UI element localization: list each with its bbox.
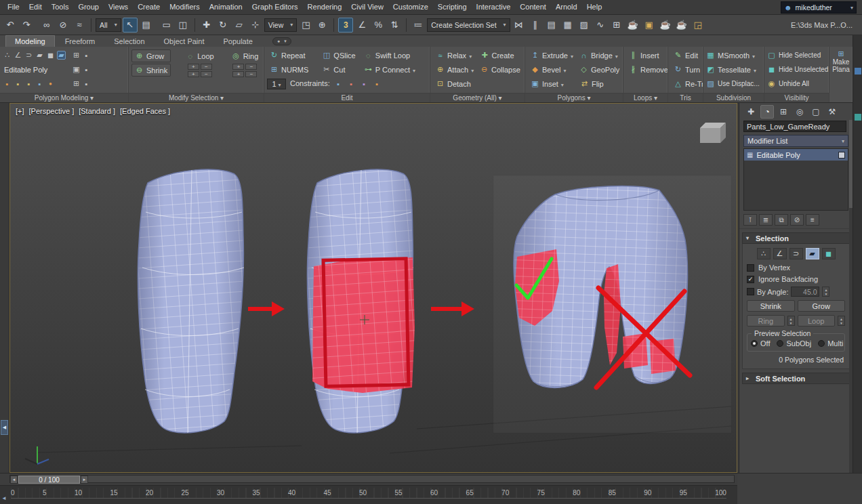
curve-editor-icon[interactable]: ∿ — [593, 18, 608, 33]
frame-ruler[interactable]: 0510152025303540455055606570758085909510… — [11, 488, 726, 499]
use-soft-selection-icon[interactable] — [82, 79, 91, 88]
menu-item[interactable]: Civil View — [346, 0, 388, 14]
frame-tick-label[interactable]: 10 — [75, 489, 82, 497]
frame-tick-label[interactable]: 30 — [217, 489, 224, 497]
border-mode-icon[interactable] — [24, 51, 33, 60]
by-angle-field[interactable]: 45.0 — [791, 287, 819, 297]
tab-object-paint[interactable]: Object Paint — [155, 36, 213, 47]
insert-loop-button[interactable]: Insert — [626, 49, 662, 62]
align-icon[interactable]: ∥ — [528, 18, 543, 33]
preview-subobject-icon[interactable] — [72, 65, 81, 74]
frame-tick-label[interactable]: 90 — [644, 489, 651, 497]
checkbox-box-checked[interactable] — [747, 276, 754, 283]
user-account-dropdown[interactable]: ☻ mikedluther — [781, 1, 857, 14]
constraint-count-field[interactable]: 1 — [267, 79, 286, 89]
menu-item[interactable]: Tools — [47, 0, 74, 14]
bridge-button[interactable]: Bridge — [577, 49, 620, 62]
time-slider[interactable]: 0 / 100 — [0, 473, 737, 486]
preview-multi-radio[interactable]: Multi — [818, 339, 843, 348]
frame-tick-label[interactable]: 25 — [181, 489, 188, 497]
radio-dot[interactable] — [751, 340, 758, 347]
polygon-mode-icon[interactable] — [35, 51, 44, 60]
expand-panel-arrow-icon[interactable] — [1, 420, 8, 435]
viewport-render-preset-menu[interactable]: [Standard ] — [79, 107, 115, 115]
radio-dot[interactable] — [818, 340, 825, 347]
paint-connect-button[interactable]: P Connect — [361, 63, 427, 76]
panel-caption-geometry[interactable]: Geometry (All) ▾ — [430, 93, 525, 103]
rectangular-selection-region-icon[interactable]: ▭ — [159, 18, 174, 33]
menu-item[interactable]: Animation — [205, 0, 247, 14]
grow-button[interactable]: Grow — [131, 49, 171, 62]
soft-selection-rollout-header[interactable]: Soft Selection — [742, 373, 850, 384]
ring-shift-plus-button[interactable] — [232, 71, 244, 77]
schematic-view-icon[interactable]: ⊞ — [609, 18, 624, 33]
track-bar[interactable]: 0510152025303540455055606570758085909510… — [0, 486, 737, 504]
named-selection-set-combo[interactable]: Create Selection Set — [427, 18, 510, 32]
collapse-stack-icon[interactable] — [3, 79, 12, 88]
render-production-icon[interactable]: ☕ — [658, 18, 673, 33]
swift-loop-button[interactable]: Swift Loop — [361, 49, 427, 62]
frame-tick-label[interactable]: 0 — [11, 489, 15, 497]
frame-tick-label[interactable]: 35 — [252, 489, 260, 497]
tessellate-button[interactable]: Tessellate — [705, 63, 758, 76]
cut-button[interactable]: Cut — [319, 63, 361, 76]
pant-leg-model-left[interactable] — [138, 169, 244, 433]
edit-named-selection-sets-icon[interactable]: ≔ — [411, 18, 426, 33]
time-slider-handle[interactable]: 0 / 100 — [18, 476, 80, 484]
select-by-name-icon[interactable]: ▤ — [139, 18, 154, 33]
frame-tick-label[interactable]: 15 — [110, 489, 117, 497]
viewcube[interactable] — [700, 123, 726, 143]
open-mini-curve-editor-icon[interactable] — [1, 495, 8, 502]
menu-item[interactable]: Customize — [388, 0, 433, 14]
frame-tick-label[interactable]: 20 — [146, 489, 153, 497]
frame-tick-label[interactable]: 45 — [324, 489, 331, 497]
menu-item[interactable]: Modifiers — [165, 0, 205, 14]
time-slider-track[interactable]: 0 / 100 — [9, 475, 735, 483]
selection-filter-dropdown[interactable]: All — [96, 18, 121, 32]
bind-to-space-warp-icon[interactable]: ≈ — [72, 18, 87, 33]
collapse-button[interactable]: Collapse — [477, 63, 522, 76]
nurms-button[interactable]: NURMS — [267, 63, 319, 76]
use-pivot-point-center-icon[interactable]: ◳ — [298, 18, 313, 33]
checkbox-box[interactable] — [747, 264, 754, 272]
menu-item[interactable]: Edit — [24, 0, 47, 14]
detach-button[interactable]: Detach — [433, 77, 478, 90]
ring-shrink-mini-button[interactable] — [245, 64, 257, 70]
panel-caption-subdivision[interactable]: Subdivision — [703, 93, 764, 103]
hide-selected-button[interactable]: Hide Selected — [766, 49, 822, 62]
display-tab-icon[interactable]: ▢ — [809, 105, 823, 119]
preview-subobj-radio[interactable]: SubObj — [777, 339, 811, 348]
panel-caption-modify-selection[interactable]: Modify Selection ▾ — [129, 93, 264, 103]
frame-tick-label[interactable]: 40 — [288, 489, 295, 497]
extrude-button[interactable]: Extrude — [528, 49, 577, 62]
remove-loop-button[interactable]: Remove — [626, 63, 668, 76]
ribbon-minimize-icon[interactable]: ▾ — [284, 38, 287, 45]
repeat-button[interactable]: Repeat — [267, 49, 319, 62]
undo-icon[interactable]: ↶ — [3, 18, 18, 33]
mirror-icon[interactable]: ⋈ — [512, 18, 527, 33]
redo-icon[interactable]: ↷ — [19, 18, 34, 33]
panel-caption-polygons[interactable]: Polygons ▾ — [525, 93, 623, 103]
select-and-manipulate-icon[interactable]: ⊕ — [314, 18, 329, 33]
ring-selection-button[interactable]: Ring — [747, 315, 785, 327]
flip-button[interactable]: Flip — [577, 77, 620, 90]
hide-unselected-button[interactable]: Hide Unselected — [766, 63, 829, 76]
bevel-button[interactable]: Bevel — [528, 63, 577, 76]
active-subobject-icon[interactable] — [57, 51, 66, 60]
modifier-list-dropdown[interactable]: Modifier List — [743, 135, 848, 147]
frame-tick-label[interactable]: 80 — [573, 489, 580, 497]
relax-button[interactable]: Relax — [433, 49, 478, 62]
hierarchy-tab-icon[interactable]: ⊞ — [777, 105, 790, 119]
tab-modeling[interactable]: Modeling — [5, 35, 55, 47]
stack-item-toggle[interactable] — [838, 152, 845, 159]
loop-spinner[interactable] — [838, 316, 845, 326]
panel-caption-loops[interactable]: Loops ▾ — [623, 93, 668, 103]
tab-populate[interactable]: Populate — [214, 36, 261, 47]
select-and-scale-icon[interactable]: ▱ — [232, 18, 247, 33]
polygon-subobject-icon[interactable]: ▰ — [806, 248, 819, 259]
shrink-button[interactable]: Shrink — [131, 64, 171, 77]
select-and-link-icon[interactable]: ∞ — [39, 18, 54, 33]
menu-item[interactable]: Create — [133, 0, 165, 14]
graphite-ribbon-toggle-icon[interactable]: ▨ — [577, 18, 592, 33]
pin-stack-icon[interactable]: ⊺ — [743, 214, 757, 226]
